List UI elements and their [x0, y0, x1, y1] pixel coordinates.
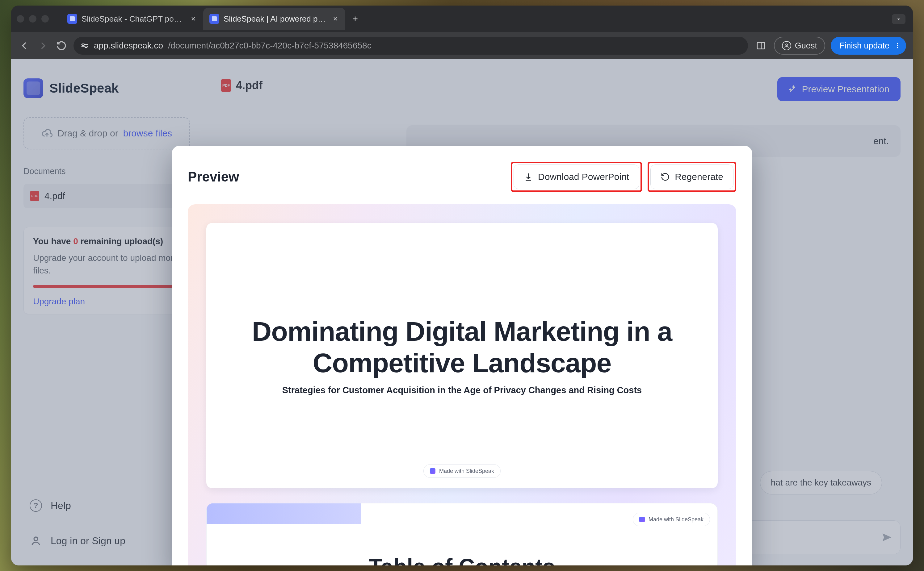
- favicon-icon: [209, 14, 219, 24]
- slide-2-title: Table of Contents: [369, 554, 555, 565]
- window-controls[interactable]: [17, 15, 49, 23]
- regenerate-icon: [661, 172, 670, 182]
- made-with-badge: Made with SlideSpeak: [633, 513, 710, 526]
- regenerate-label: Regenerate: [675, 171, 723, 182]
- kebab-icon[interactable]: [894, 42, 901, 49]
- brand-square-icon: [639, 517, 645, 522]
- preview-modal: Preview Download PowerPoint Regenerate: [172, 146, 752, 565]
- regenerate-button[interactable]: Regenerate: [651, 165, 734, 189]
- close-tab-icon[interactable]: [189, 14, 198, 23]
- avatar-icon: [782, 41, 791, 50]
- svg-point-4: [897, 43, 898, 45]
- profile-label: Guest: [795, 41, 817, 51]
- tab-label: SlideSpeak - ChatGPT power: [82, 14, 185, 24]
- slide-2[interactable]: Made with SlideSpeak Table of Contents: [206, 503, 718, 565]
- update-button[interactable]: Finish update: [831, 37, 906, 55]
- traffic-zoom[interactable]: [42, 15, 49, 23]
- slide-1[interactable]: Dominating Digital Marketing in a Compet…: [206, 223, 718, 488]
- download-powerpoint-button[interactable]: Download PowerPoint: [514, 165, 639, 189]
- traffic-close[interactable]: [17, 15, 24, 23]
- svg-rect-0: [82, 44, 84, 45]
- close-tab-icon[interactable]: [331, 14, 340, 23]
- slide-subtitle: Strategies for Customer Acquisition in t…: [282, 385, 642, 395]
- download-label: Download PowerPoint: [538, 171, 629, 182]
- highlight-regenerate: Regenerate: [647, 162, 736, 192]
- favicon-icon: [67, 14, 77, 24]
- tab-label: SlideSpeak | AI powered pres: [224, 14, 327, 24]
- made-with-badge: Made with SlideSpeak: [423, 464, 501, 478]
- url-path: /document/ac0b27c0-bb7c-420c-b7ef-575384…: [168, 41, 371, 51]
- back-button[interactable]: [18, 39, 31, 52]
- modal-actions: Download PowerPoint Regenerate: [511, 162, 736, 192]
- app-viewport: SlideSpeak 4.pdf Preview Presentation Dr…: [11, 59, 913, 565]
- made-with-label: Made with SlideSpeak: [649, 516, 703, 523]
- new-tab-button[interactable]: [348, 11, 363, 26]
- forward-button[interactable]: [36, 39, 49, 52]
- svg-rect-1: [85, 46, 87, 48]
- tab-overflow-button[interactable]: [892, 14, 905, 24]
- modal-title: Preview: [188, 169, 239, 185]
- update-label: Finish update: [839, 41, 889, 51]
- browser-tab-1[interactable]: SlideSpeak | AI powered pres: [203, 8, 345, 30]
- slide-title: Dominating Digital Marketing in a Compet…: [230, 316, 694, 378]
- svg-point-3: [786, 44, 788, 46]
- made-with-label: Made with SlideSpeak: [439, 468, 494, 474]
- browser-window: SlideSpeak - ChatGPT power SlideSpeak | …: [11, 6, 913, 565]
- brand-square-icon: [430, 468, 436, 474]
- browser-tab-0[interactable]: SlideSpeak - ChatGPT power: [61, 8, 203, 30]
- browser-toolbar: app.slidespeak.co/document/ac0b27c0-bb7c…: [11, 32, 913, 59]
- traffic-minimize[interactable]: [29, 15, 36, 23]
- address-bar[interactable]: app.slidespeak.co/document/ac0b27c0-bb7c…: [74, 37, 748, 55]
- url-host: app.slidespeak.co: [94, 41, 163, 51]
- slide-2-peek: Made with SlideSpeak Table of Contents: [206, 503, 718, 565]
- profile-button[interactable]: Guest: [774, 37, 825, 55]
- download-icon: [524, 172, 533, 182]
- svg-point-6: [897, 47, 898, 48]
- modal-header: Preview Download PowerPoint Regenerate: [188, 162, 736, 192]
- svg-rect-2: [757, 42, 765, 49]
- site-settings-icon[interactable]: [80, 42, 89, 50]
- slide-2-accent: [207, 503, 361, 524]
- highlight-download: Download PowerPoint: [511, 162, 642, 192]
- slide-canvas: Dominating Digital Marketing in a Compet…: [188, 204, 736, 565]
- tab-strip: SlideSpeak - ChatGPT power SlideSpeak | …: [61, 6, 907, 32]
- side-panel-button[interactable]: [754, 38, 768, 53]
- reload-button[interactable]: [55, 39, 68, 52]
- titlebar: SlideSpeak - ChatGPT power SlideSpeak | …: [11, 6, 913, 32]
- svg-point-5: [897, 45, 898, 46]
